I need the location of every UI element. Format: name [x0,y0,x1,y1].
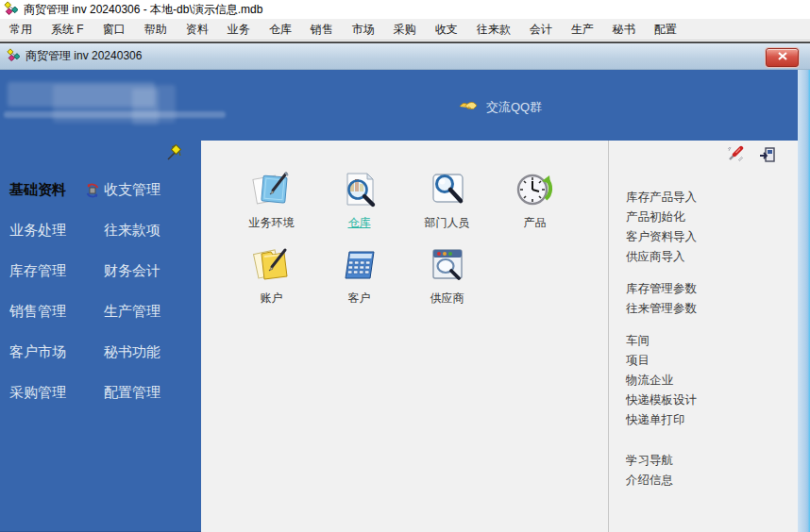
sidebar-item-mishugongneng[interactable]: 秘书功能 [83,332,201,373]
blue-folder-pencil-icon [250,169,294,212]
document-search-icon [338,169,381,212]
menu-item-caigou[interactable]: 采购 [384,19,426,41]
menu-item-peizhi[interactable]: 配置 [645,19,686,41]
window-search-icon [426,244,469,288]
shortcut-bumenrenyuan[interactable]: 部门人员 [403,169,491,244]
refresh-orbit-icon [85,183,100,198]
menu-item-cangku[interactable]: 仓库 [260,19,301,41]
link-chanpinchushihua[interactable]: 产品初始化 [626,208,797,227]
link-group-misc: 车间 项目 物流企业 快递模板设计 快递单打印 [626,331,797,430]
menu-item-kuaiji[interactable]: 会计 [520,19,562,41]
app-titlebar: 商贸管理 inv 20240306 - 本地-db\演示信息.mdb [0,0,810,19]
app-logo-icon [4,1,18,18]
sidebar-item-label: 秘书功能 [104,343,160,361]
sidebar-item-label: 财务会计 [104,262,160,280]
shortcut-cangku[interactable]: 仓库 [315,169,403,244]
sidebar-item-xiaoshouguanli[interactable]: 销售管理 [0,291,83,332]
menu-item-bangzhu[interactable]: 帮助 [135,19,177,41]
sidebar-item-label: 业务处理 [9,222,66,240]
redacted-text-block [132,89,159,125]
inner-window-logo-icon [7,48,20,64]
link-wanglaiguanlicanshu[interactable]: 往来管理参数 [626,299,797,319]
link-wuliuqiye[interactable]: 物流企业 [626,371,797,391]
sidebar-item-shengchanguanli[interactable]: 生产管理 [83,291,201,332]
inner-window-titlebar: 商贸管理 inv 20240306 [0,43,810,70]
link-group-help: 学习导航 介绍信息 [626,451,797,490]
sidebar-item-caiwukuaiji[interactable]: 财务会计 [83,251,201,291]
qq-group-label: 交流QQ群 [486,99,542,116]
sidebar-item-label: 库存管理 [9,262,66,280]
magnifier-box-icon [426,169,469,212]
sidebar-item-label: 收支管理 [104,181,160,199]
sidebar-item-label: 销售管理 [9,303,66,321]
sidebar-item-label: 客户市场 [9,343,66,361]
menu-item-wanglaikuan[interactable]: 往来款 [467,19,520,41]
menu-item-xiaoshou[interactable]: 销售 [301,19,343,41]
sidebar-item-label: 采购管理 [9,384,66,402]
menu-item-shengchan[interactable]: 生产 [562,19,603,41]
link-kucunchanpindaoru[interactable]: 库存产品导入 [626,188,797,208]
sidebar-item-caigouguanli[interactable]: 采购管理 [0,373,83,413]
sidebar-menu: 基础资料 收支管理 业务处理 往来款项 库存管理 财务会计 销售管理 生产 [0,170,201,413]
pushpin-icon[interactable] [166,144,182,164]
sidebar-item-jichuziliao[interactable]: 基础资料 [0,170,83,210]
main-panel: 业务环境 仓库 [201,141,798,532]
shortcut-kehu[interactable]: 客户 [315,244,403,320]
sidebar-item-shouzhiguanli[interactable]: 收支管理 [83,170,201,210]
menu-bar: 常用 系统 F 窗口 帮助 资料 业务 仓库 销售 市场 采购 收支 往来款 会… [0,19,810,41]
inner-window-title: 商贸管理 inv 20240306 [25,48,142,64]
handshake-icon [459,99,478,116]
shortcut-label: 产品 [524,215,547,231]
window-right-border [798,70,810,532]
shortcut-label: 业务环境 [249,215,295,231]
sidebar-item-kehushichang[interactable]: 客户市场 [0,332,83,373]
sidebar: 基础资料 收支管理 业务处理 往来款项 库存管理 财务会计 销售管理 生产 [0,141,201,532]
app-title: 商贸管理 inv 20240306 - 本地-db\演示信息.mdb [24,2,262,18]
close-button[interactable] [766,48,799,67]
shortcut-label: 仓库 [348,215,371,231]
menu-item-shichang[interactable]: 市场 [343,19,384,41]
sidebar-item-label: 生产管理 [104,303,160,321]
banner: 交流QQ群 [0,70,798,141]
shortcut-gongyingshang[interactable]: 供应商 [403,244,491,320]
shortcut-label: 账户 [261,291,283,307]
link-group-import: 库存产品导入 产品初始化 客户资料导入 供应商导入 [626,188,797,267]
shortcut-zhanghu[interactable]: 账户 [228,244,315,320]
sidebar-item-wanglaikuanxiang[interactable]: 往来款项 [83,210,201,251]
menu-item-yewu[interactable]: 业务 [218,19,260,41]
clock-green-arrow-icon [514,169,557,212]
shortcut-label: 部门人员 [425,215,470,231]
menu-item-chuangkou[interactable]: 窗口 [93,19,135,41]
shortcut-chanpin[interactable]: 产品 [491,169,579,244]
shortcut-label: 供应商 [430,291,464,307]
link-xuexidaohang[interactable]: 学习导航 [626,451,797,471]
qq-group-link[interactable]: 交流QQ群 [459,99,542,116]
link-group-params: 库存管理参数 往来管理参数 [626,279,797,319]
calculator-icon [338,244,381,288]
link-chejian[interactable]: 车间 [626,331,797,351]
shortcut-label: 客户 [348,291,371,307]
sidebar-item-kucunguanli[interactable]: 库存管理 [0,251,83,291]
link-gongyingshangdaoru[interactable]: 供应商导入 [626,247,797,267]
redacted-text-block [4,111,226,118]
sidebar-item-label: 配置管理 [104,384,160,402]
inner-window: 商贸管理 inv 20240306 交流QQ群 [0,42,810,532]
menu-item-ziliao[interactable]: 资料 [177,19,218,41]
link-kuaidandayin[interactable]: 快递单打印 [626,410,797,430]
shortcut-yewuhuanjing[interactable]: 业务环境 [228,169,315,244]
menu-item-changyong[interactable]: 常用 [0,19,42,41]
link-jieshaoxinxi[interactable]: 介绍信息 [626,471,797,490]
link-kucunguanlicanshu[interactable]: 库存管理参数 [626,279,797,299]
menu-item-xitong[interactable]: 系统 F [42,19,93,41]
link-kehuziliaodaoru[interactable]: 客户资料导入 [626,227,797,247]
menu-item-shouzhi[interactable]: 收支 [426,19,467,41]
sidebar-item-label: 基础资料 [9,181,66,199]
menu-item-mishu[interactable]: 秘书 [603,19,645,41]
shortcut-grid: 业务环境 仓库 [228,169,579,320]
sidebar-item-yewuchuli[interactable]: 业务处理 [0,210,83,251]
sidebar-item-peizhiguanli[interactable]: 配置管理 [83,373,201,413]
link-kuaidimobansheji[interactable]: 快递模板设计 [626,391,797,410]
sidebar-item-label: 往来款项 [104,222,160,240]
link-xiangmu[interactable]: 项目 [626,351,797,371]
yellow-folder-pencil-icon [250,244,294,288]
